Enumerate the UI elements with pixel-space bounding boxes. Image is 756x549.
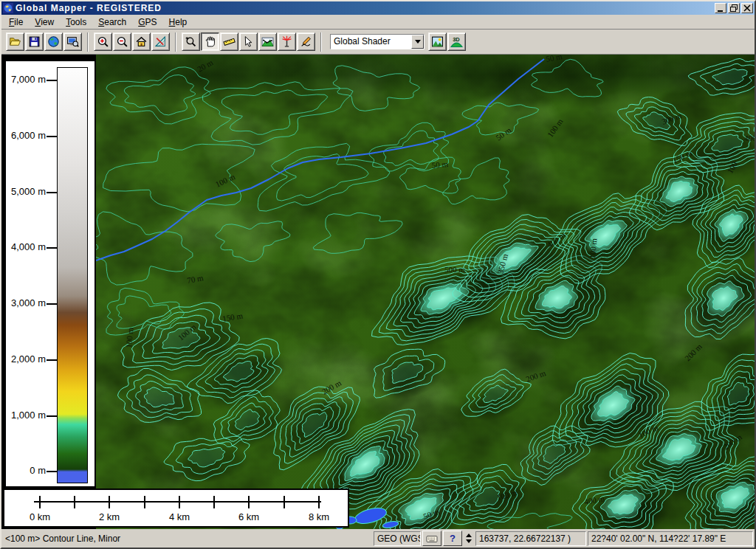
map-canvas[interactable]: 20 m50 m100 m50 m50 m100 m70 m150 m100 m… [96, 55, 755, 529]
open-button[interactable] [6, 32, 24, 51]
world-globe-icon [47, 35, 60, 48]
measure-tool-button[interactable] [220, 32, 238, 51]
scale-bar-tick [284, 496, 285, 508]
zoom-out-icon [116, 35, 128, 48]
window-title: Global Mapper - REGISTERED [16, 3, 713, 13]
legend-tick-label: 6,000 m [1, 130, 46, 141]
latlon-status: 22?40' 02.00" N, 114?22' 17.89" E [588, 531, 753, 546]
chevron-down-icon[interactable] [411, 35, 424, 49]
status-bar: <100 m> Contour Line, Minor GEO (WGS84 ?… [1, 529, 755, 548]
menu-item-tools[interactable]: Tools [60, 15, 92, 29]
toolbar-separator [175, 32, 176, 52]
overlay-control-button[interactable] [428, 32, 447, 51]
scale-bar-tick [318, 496, 320, 508]
world-view-button[interactable] [44, 32, 63, 51]
contour-label: 100 m [124, 327, 134, 348]
zoom-in-button[interactable] [94, 32, 112, 51]
save-button[interactable] [25, 32, 44, 51]
path-profile-icon [261, 35, 274, 48]
scale-bar-tick [39, 496, 41, 508]
feature-status: <100 m> Contour Line, Minor [1, 531, 372, 546]
elevation-gradient [57, 67, 88, 483]
legend-tick [47, 80, 57, 81]
help-icon: ? [450, 533, 456, 544]
contour-label: 50 m [431, 159, 449, 170]
scale-bar-label: 6 km [238, 511, 259, 522]
scale-bar-tick [248, 496, 250, 508]
scale-bar-tick [74, 496, 75, 508]
spin-down-icon [466, 539, 472, 546]
elevation-legend: 7,000 m6,000 m5,000 m4,000 m3,000 m2,000… [5, 61, 95, 487]
menu-item-view[interactable]: View [29, 15, 60, 29]
title-bar: Global Mapper - REGISTERED [1, 1, 755, 15]
digitizer-button[interactable] [297, 32, 315, 51]
menu-item-gps[interactable]: GPS [132, 15, 162, 29]
configure-icon [154, 35, 167, 48]
keyboard-button[interactable] [422, 531, 441, 546]
toolbar: Global Shader 3D [1, 30, 755, 55]
legend-tick-label: 7,000 m [1, 74, 46, 85]
scale-bar-tick [109, 496, 110, 508]
scale-bar: 0 km2 km4 km6 km8 km [3, 488, 349, 528]
projection-status: GEO (WGS84 [374, 531, 421, 546]
menu-item-file[interactable]: File [3, 15, 29, 29]
open-folder-icon [9, 35, 21, 48]
full-view-home-icon [135, 35, 148, 48]
restore-button[interactable] [728, 3, 740, 13]
close-button[interactable] [741, 3, 753, 13]
scale-bar-line [34, 501, 321, 503]
legend-tick [47, 247, 57, 249]
svg-text:3D: 3D [453, 36, 460, 43]
legend-tick [47, 471, 57, 472]
legend-tick-label: 1,000 m [1, 410, 46, 421]
toolbar-separator [87, 32, 89, 52]
contour-label: 100 m [588, 238, 598, 259]
path-profile-button[interactable] [258, 32, 277, 51]
help-button[interactable]: ? [443, 531, 462, 546]
zoom-out-button[interactable] [113, 32, 131, 51]
menu-item-search[interactable]: Search [92, 15, 132, 29]
3d-view-icon: 3D [450, 35, 463, 48]
view-3d-button[interactable]: 3D [447, 32, 466, 51]
contour-label: 500 m [444, 265, 465, 274]
menu-bar: FileViewToolsSearchGPSHelp [1, 15, 755, 30]
pan-hand-icon [204, 35, 216, 48]
legend-tick-label: 5,000 m [1, 186, 46, 197]
menu-item-help[interactable]: Help [163, 15, 193, 29]
feature-info-button[interactable] [239, 32, 258, 51]
toolbar-separator [320, 32, 322, 52]
zoom-tool-button[interactable] [182, 32, 200, 51]
pan-tool-button[interactable] [201, 32, 219, 51]
scale-bar-label: 8 km [309, 511, 329, 522]
display-options-icon [66, 35, 79, 48]
scale-bar-tick [144, 496, 145, 508]
map-viewport: 20 m50 m100 m50 m50 m100 m70 m150 m100 m… [1, 55, 755, 529]
legend-tick [47, 136, 57, 137]
shader-selector[interactable]: Global Shader [330, 34, 425, 49]
keyboard-icon [425, 534, 439, 544]
view-shed-button[interactable] [278, 32, 296, 51]
legend-tick [47, 192, 57, 193]
legend-tick-label: 0 m [1, 465, 46, 476]
scale-bar-tick [213, 496, 215, 508]
restore-icon [729, 4, 738, 13]
app-icon [3, 3, 13, 13]
configure-button[interactable] [151, 32, 170, 51]
full-view-button[interactable] [132, 32, 151, 51]
legend-tick [47, 303, 57, 305]
zoom-in-icon [97, 35, 109, 48]
shader-selector-value: Global Shader [331, 35, 411, 49]
zoom-tool-icon [185, 35, 197, 48]
close-icon [743, 4, 752, 13]
legend-tick-label: 3,000 m [1, 297, 46, 308]
scroll-spinner[interactable] [464, 531, 474, 546]
legend-tick-label: 2,000 m [1, 353, 46, 365]
scale-bar-tick [179, 496, 180, 508]
overlay-control-icon [431, 35, 444, 48]
legend-tick [47, 415, 57, 417]
display-options-button[interactable] [63, 32, 82, 51]
minimize-button[interactable] [715, 3, 726, 13]
scale-bar-label: 4 km [169, 511, 190, 522]
contour-label: 400 [744, 134, 755, 142]
digitizer-pencil-icon [300, 35, 312, 48]
